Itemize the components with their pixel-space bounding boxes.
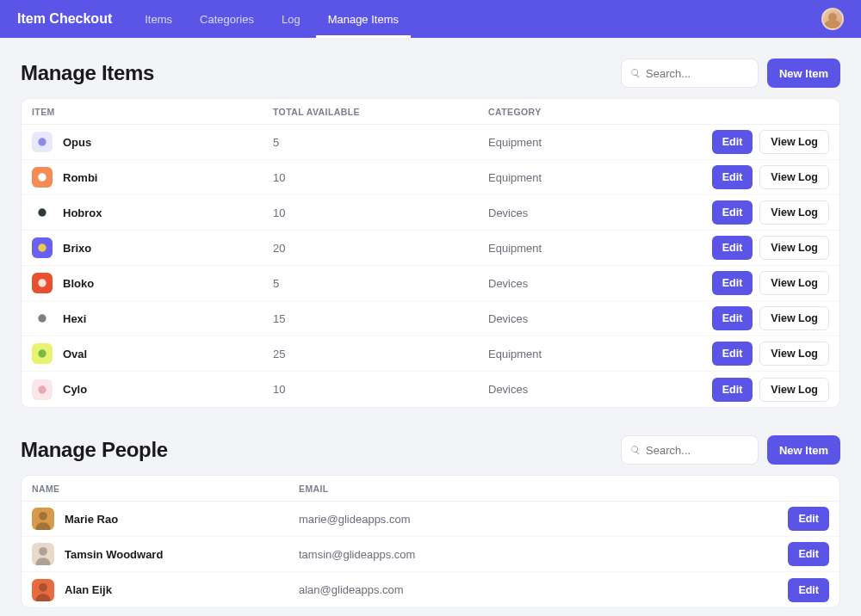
item-category: Equipment [488, 136, 712, 149]
item-name: Oval [63, 348, 87, 360]
item-category: Devices [488, 312, 712, 325]
nav-link-manage-items[interactable]: Manage Items [316, 0, 411, 38]
items-section-header: Manage Items New Item [21, 59, 840, 88]
svg-point-2 [38, 208, 46, 216]
people-table-header: NAME EMAIL [22, 476, 839, 502]
nav-link-items[interactable]: Items [133, 0, 184, 38]
person-icon [32, 579, 54, 601]
search-icon [630, 67, 641, 79]
view-log-button[interactable]: View Log [759, 306, 829, 330]
table-row[interactable]: Hobrox 10 Devices Edit View Log [22, 195, 839, 231]
table-row[interactable]: Bloko 5 Devices Edit View Log [22, 266, 839, 301]
person-email: tamsin@glideapps.com [299, 548, 788, 561]
person-name: Alan Eijk [65, 583, 112, 596]
brand-title: Item Checkout [17, 11, 112, 27]
shape-icon [36, 348, 48, 360]
item-name: Cylo [63, 383, 87, 396]
item-icon [32, 237, 53, 258]
svg-point-8 [39, 512, 47, 521]
svg-point-4 [38, 279, 46, 286]
table-row[interactable]: Cylo 10 Devices Edit View Log [22, 372, 839, 407]
shape-icon [36, 312, 48, 324]
edit-button[interactable]: Edit [712, 378, 753, 402]
item-name: Hexi [63, 312, 86, 325]
item-icon [32, 167, 53, 188]
item-available: 20 [273, 242, 488, 255]
svg-point-5 [38, 314, 46, 322]
table-row[interactable]: Marie Rao marie@glideapps.com Edit [22, 502, 839, 537]
view-log-button[interactable]: View Log [759, 165, 829, 189]
new-item-button[interactable]: New Item [767, 59, 840, 88]
table-row[interactable]: Hexi 15 Devices Edit View Log [22, 301, 839, 336]
shape-icon [36, 277, 48, 289]
item-name: Rombi [63, 171, 97, 184]
nav-links: ItemsCategoriesLogManage Items [133, 0, 411, 38]
people-search-input[interactable] [646, 444, 749, 457]
people-search[interactable] [621, 435, 759, 465]
nav-link-categories[interactable]: Categories [188, 0, 266, 38]
table-row[interactable]: Oval 25 Equipment Edit View Log [22, 336, 839, 372]
edit-button[interactable]: Edit [788, 542, 829, 566]
search-icon [630, 444, 641, 456]
shape-icon [36, 136, 48, 148]
item-available: 10 [273, 206, 488, 219]
top-nav: Item Checkout ItemsCategoriesLogManage I… [0, 0, 861, 38]
items-table-header: ITEM TOTAL AVAILABLE CATEGORY [22, 99, 839, 125]
col-item: ITEM [32, 107, 273, 117]
user-avatar[interactable] [821, 8, 844, 30]
person-avatar [32, 543, 54, 565]
shape-icon [36, 242, 48, 254]
person-name: Marie Rao [65, 513, 118, 526]
edit-button[interactable]: Edit [712, 271, 753, 295]
view-log-button[interactable]: View Log [759, 130, 829, 154]
edit-button[interactable]: Edit [712, 236, 753, 260]
item-available: 10 [273, 383, 488, 396]
page-title: Manage People [21, 438, 168, 462]
person-avatar [32, 579, 54, 601]
view-log-button[interactable]: View Log [759, 236, 829, 260]
svg-point-10 [39, 582, 47, 591]
table-row[interactable]: Alan Eijk alan@glideapps.com Edit [22, 572, 839, 607]
col-email: EMAIL [299, 484, 829, 494]
edit-button[interactable]: Edit [712, 165, 753, 189]
item-category: Equipment [488, 348, 712, 360]
items-search-input[interactable] [646, 67, 749, 80]
item-name: Hobrox [63, 206, 102, 219]
items-search[interactable] [621, 59, 759, 88]
view-log-button[interactable]: View Log [759, 378, 829, 402]
item-category: Devices [488, 383, 712, 396]
item-category: Equipment [488, 242, 712, 255]
item-category: Devices [488, 277, 712, 290]
edit-button[interactable]: Edit [712, 342, 753, 366]
item-name: Brixo [63, 242, 91, 255]
svg-point-7 [38, 385, 46, 393]
item-name: Bloko [63, 277, 94, 290]
edit-button[interactable]: Edit [788, 578, 829, 602]
item-name: Opus [63, 136, 91, 149]
view-log-button[interactable]: View Log [759, 342, 829, 366]
table-row[interactable]: Brixo 20 Equipment Edit View Log [22, 231, 839, 266]
svg-point-1 [38, 173, 46, 181]
person-avatar [32, 508, 54, 530]
col-cat: CATEGORY [488, 107, 829, 117]
edit-button[interactable]: Edit [788, 507, 829, 531]
table-row[interactable]: Rombi 10 Equipment Edit View Log [22, 160, 839, 195]
view-log-button[interactable]: View Log [759, 200, 829, 225]
person-icon [32, 543, 54, 565]
shape-icon [36, 384, 48, 396]
shape-icon [36, 206, 48, 219]
col-name: NAME [32, 484, 299, 494]
person-email: marie@glideapps.com [299, 513, 788, 526]
nav-link-log[interactable]: Log [269, 0, 313, 38]
table-row[interactable]: Opus 5 Equipment Edit View Log [22, 125, 839, 160]
edit-button[interactable]: Edit [712, 200, 753, 225]
edit-button[interactable]: Edit [712, 130, 753, 154]
new-person-button[interactable]: New Item [767, 435, 840, 465]
page-title: Manage Items [21, 61, 154, 85]
item-available: 10 [273, 171, 488, 184]
svg-point-0 [38, 138, 46, 145]
svg-point-6 [38, 349, 46, 357]
table-row[interactable]: Tamsin Woodward tamsin@glideapps.com Edi… [22, 537, 839, 572]
edit-button[interactable]: Edit [712, 306, 753, 330]
view-log-button[interactable]: View Log [759, 271, 829, 295]
